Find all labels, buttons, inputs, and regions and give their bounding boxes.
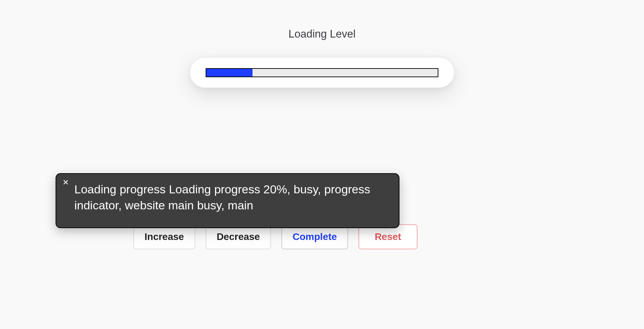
progress-card bbox=[190, 58, 454, 88]
decrease-button[interactable]: Decrease bbox=[206, 224, 271, 249]
increase-button[interactable]: Increase bbox=[133, 224, 195, 249]
complete-button[interactable]: Complete bbox=[281, 224, 348, 249]
progress-fill bbox=[206, 69, 253, 77]
main-container: Loading Level bbox=[0, 0, 644, 88]
accessibility-tooltip: ✕ Loading progress Loading progress 20%,… bbox=[56, 173, 399, 228]
button-row: Increase Decrease Complete Reset bbox=[133, 224, 418, 249]
close-icon[interactable]: ✕ bbox=[63, 179, 69, 186]
tooltip-text: Loading progress Loading progress 20%, b… bbox=[74, 183, 370, 212]
page-heading: Loading Level bbox=[288, 28, 355, 40]
progress-bar bbox=[206, 68, 438, 77]
reset-button[interactable]: Reset bbox=[358, 224, 418, 249]
